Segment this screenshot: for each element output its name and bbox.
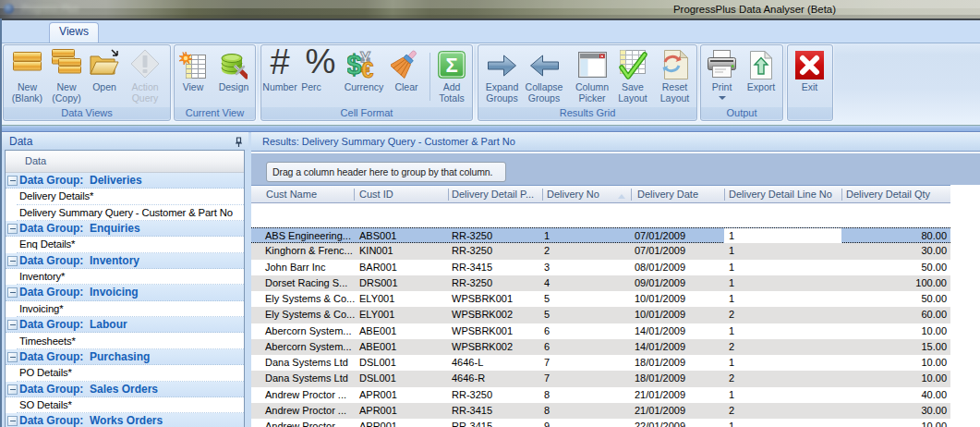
svg-text:Σ: Σ [445, 54, 457, 77]
svg-text:€: € [361, 57, 373, 79]
